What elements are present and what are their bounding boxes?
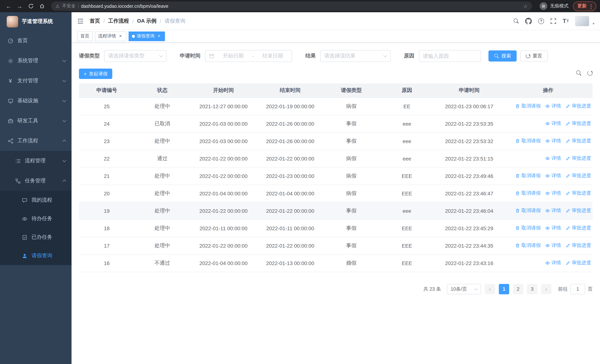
cell-start-time: 2022-01-22 00:00:00: [190, 237, 257, 254]
prev-page-button[interactable]: ‹: [485, 284, 495, 294]
detail-link[interactable]: 详情: [545, 260, 561, 266]
avatar[interactable]: [575, 16, 589, 26]
create-leave-button[interactable]: + 发起请假: [79, 69, 112, 79]
github-icon[interactable]: [525, 18, 532, 24]
progress-link[interactable]: 审批进度: [565, 242, 591, 249]
detail-link[interactable]: 详情: [545, 207, 561, 214]
refresh-table-icon[interactable]: [587, 70, 593, 77]
progress-link[interactable]: 审批进度: [565, 120, 591, 127]
eye-icon: [21, 216, 28, 222]
progress-link[interactable]: 审批进度: [565, 155, 591, 162]
tag-process-detail[interactable]: 流程详情 ×: [95, 31, 126, 41]
detail-link[interactable]: 详情: [545, 225, 561, 232]
search-icon[interactable]: [514, 18, 519, 24]
close-icon[interactable]: ×: [156, 34, 162, 39]
home-icon[interactable]: [37, 1, 47, 11]
table-row: 17处理中2022-01-22 00:00:002022-01-22 00:00…: [79, 237, 593, 254]
table-row: 19处理中2022-01-22 00:00:002022-01-22 00:00…: [79, 202, 593, 219]
progress-link[interactable]: 审批进度: [565, 260, 591, 266]
reset-button[interactable]: 重置: [520, 50, 548, 62]
sidebar-collapse-icon[interactable]: [77, 18, 84, 24]
sidebar-item-workflow[interactable]: 工作流程: [0, 131, 72, 151]
date-range-picker[interactable]: 开始日期 - 结束日期: [205, 50, 292, 62]
cancel-leave-link[interactable]: 取消请假: [515, 242, 541, 249]
progress-link[interactable]: 审批进度: [565, 190, 591, 197]
sidebar-item-task-mgmt[interactable]: 任务管理: [0, 171, 72, 191]
trash-icon: [515, 226, 520, 231]
pen-icon: [565, 173, 570, 178]
detail-link[interactable]: 详情: [545, 242, 561, 249]
sidebar-item-system[interactable]: 系统管理: [0, 51, 72, 71]
toggle-search-icon[interactable]: [576, 70, 581, 77]
progress-link[interactable]: 审批进度: [565, 173, 591, 179]
reload-icon[interactable]: [26, 1, 36, 11]
update-label: 更新: [577, 3, 587, 9]
search-button[interactable]: 搜索: [488, 50, 517, 62]
goto-page-input[interactable]: [570, 284, 585, 294]
tag-leave-query[interactable]: 请假查询 ×: [129, 31, 165, 41]
chevron-down-icon: [62, 98, 66, 102]
cancel-leave-link[interactable]: 取消请假: [515, 103, 541, 110]
cell-start-time: 2022-01-04 00:00:00: [190, 254, 257, 272]
detail-link[interactable]: 详情: [545, 155, 561, 162]
sidebar-item-devtools[interactable]: 研发工具: [0, 111, 72, 131]
sidebar-item-process-mgmt[interactable]: 流程管理: [0, 151, 72, 171]
sidebar-item-leave-query[interactable]: 请假查询: [0, 246, 72, 265]
detail-link[interactable]: 详情: [545, 138, 561, 144]
cell-actions: 取消请假详情审批进度: [504, 202, 593, 219]
cell-leave-type: 病假: [324, 167, 379, 185]
trash-icon: [515, 208, 520, 213]
address-bar[interactable]: ⚠ 不安全 dashboard.yudao.iocoder.cn/bpm/oa/…: [51, 1, 532, 11]
start-date-placeholder: 开始日期: [218, 53, 248, 59]
font-size-icon[interactable]: TT: [562, 18, 569, 24]
cell-actions: 取消请假详情审批进度: [504, 167, 593, 185]
cancel-leave-link[interactable]: 取消请假: [515, 138, 541, 144]
pen-icon: [565, 208, 570, 213]
reason-input[interactable]: [419, 50, 481, 62]
help-icon[interactable]: ?: [538, 18, 544, 24]
progress-link[interactable]: 审批进度: [565, 207, 591, 214]
detail-link[interactable]: 详情: [545, 173, 561, 179]
caret-down-icon[interactable]: ▾: [593, 21, 594, 25]
sidebar-item-done-tasks[interactable]: 已办任务: [0, 228, 72, 246]
breadcrumb-oa-example[interactable]: OA 示例: [137, 18, 157, 24]
detail-link[interactable]: 详情: [545, 103, 561, 110]
breadcrumb-home[interactable]: 首页: [90, 18, 100, 24]
breadcrumb-workflow[interactable]: 工作流程: [108, 18, 129, 24]
detail-link[interactable]: 详情: [545, 120, 561, 127]
close-icon[interactable]: ×: [118, 34, 123, 39]
filter-leave-type: 请假类型 请选择请假类型: [79, 50, 166, 62]
page-button-3[interactable]: 3: [527, 284, 537, 294]
progress-link[interactable]: 审批进度: [565, 103, 591, 110]
app-title: 芋道管理系统: [22, 18, 53, 25]
detail-link[interactable]: 详情: [545, 190, 561, 197]
sidebar-item-infra[interactable]: 基础设施: [0, 91, 72, 111]
page-button-2[interactable]: 2: [513, 284, 523, 294]
fullscreen-icon[interactable]: [550, 18, 556, 24]
browser-menu-button[interactable]: 更新 ⋮: [573, 1, 596, 11]
cancel-leave-link[interactable]: 取消请假: [515, 225, 541, 232]
cancel-leave-link[interactable]: 取消请假: [515, 173, 541, 179]
tag-home[interactable]: 首页: [77, 31, 93, 41]
end-date-placeholder: 结束日期: [258, 53, 288, 59]
cancel-leave-link[interactable]: 取消请假: [515, 207, 541, 214]
back-icon[interactable]: ←: [4, 1, 13, 11]
result-select[interactable]: 请选择流结果: [320, 50, 391, 62]
cell-leave-type: 婚假: [324, 254, 379, 272]
progress-link[interactable]: 审批进度: [565, 225, 591, 232]
sidebar-item-home[interactable]: 首页: [0, 31, 72, 51]
page-button-1[interactable]: 1: [499, 284, 509, 294]
sidebar-item-payment[interactable]: ¥ 支付管理: [0, 71, 72, 91]
bookmark-star-icon[interactable]: ☆: [523, 3, 528, 9]
next-page-button[interactable]: ›: [541, 284, 552, 294]
progress-link[interactable]: 审批进度: [565, 138, 591, 144]
page-size-select[interactable]: 10条/页: [447, 284, 481, 294]
leave-type-select[interactable]: 请选择请假类型: [104, 50, 166, 62]
app-logo[interactable]: 芋道管理系统: [0, 12, 72, 31]
forward-icon[interactable]: →: [15, 1, 24, 11]
sidebar-item-todo-tasks[interactable]: 待办任务: [0, 209, 72, 228]
col-reason: 原因: [379, 84, 435, 97]
cancel-leave-link[interactable]: 取消请假: [515, 190, 541, 197]
goto-page: 前往 页: [558, 284, 593, 294]
sidebar-item-my-process[interactable]: 我的流程: [0, 191, 72, 209]
